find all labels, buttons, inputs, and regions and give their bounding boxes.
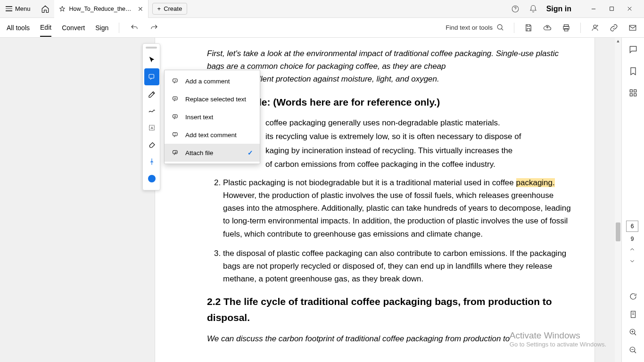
color-dot-icon bbox=[148, 175, 156, 182]
add-comment-item[interactable]: Add a comment bbox=[165, 72, 260, 90]
minimize-button[interactable] bbox=[585, 0, 603, 18]
sign-button[interactable]: Sign bbox=[95, 19, 108, 36]
notifications-button[interactable] bbox=[528, 4, 538, 14]
rotate-icon bbox=[629, 292, 637, 301]
maximize-button[interactable] bbox=[603, 0, 620, 18]
svg-rect-9 bbox=[634, 90, 636, 92]
thumbnails-panel-button[interactable] bbox=[628, 88, 638, 98]
ctx-label: Attach file bbox=[185, 149, 213, 156]
doc-paragraph: of carbon emissions from coffee packagin… bbox=[207, 158, 571, 171]
redo-icon bbox=[150, 24, 158, 32]
close-icon bbox=[626, 5, 633, 12]
home-button[interactable] bbox=[36, 0, 54, 18]
find-button[interactable]: Find text or tools bbox=[446, 24, 504, 32]
plus-icon: + bbox=[157, 5, 161, 12]
scroll-up-arrow[interactable]: ▲ bbox=[615, 38, 621, 44]
bookmarks-panel-button[interactable] bbox=[628, 66, 638, 76]
check-icon: ✓ bbox=[248, 149, 253, 156]
share-button[interactable] bbox=[590, 23, 600, 33]
eraser-tool[interactable] bbox=[143, 136, 161, 153]
pin-icon bbox=[148, 157, 156, 166]
share-user-icon bbox=[591, 24, 599, 32]
insert-text-item[interactable]: Insert text bbox=[165, 108, 260, 126]
text-select-tool[interactable]: A bbox=[143, 119, 161, 136]
edit-button[interactable]: Edit bbox=[40, 19, 51, 37]
print-button[interactable] bbox=[561, 23, 571, 33]
rotate-button[interactable] bbox=[628, 291, 638, 302]
titlebar-right: Sign in bbox=[511, 0, 644, 18]
email-button[interactable] bbox=[628, 23, 637, 33]
print-icon bbox=[562, 24, 570, 32]
attach-file-item[interactable]: Attach file ✓ bbox=[165, 144, 260, 162]
zoom-in-button[interactable] bbox=[628, 327, 638, 337]
zoom-tools bbox=[628, 291, 638, 355]
page-fit-icon bbox=[629, 310, 637, 319]
ctx-label: Add a comment bbox=[185, 78, 230, 85]
document-viewport[interactable]: First, let's take a look at the environm… bbox=[0, 38, 621, 362]
highlight-tool[interactable] bbox=[143, 85, 161, 102]
vertical-scrollbar[interactable]: ▲ bbox=[615, 38, 621, 362]
cloud-upload-icon bbox=[543, 24, 552, 32]
ctx-label: Replace selected text bbox=[185, 96, 246, 103]
doc-paragraph: kaging by incineration instead of recycl… bbox=[207, 144, 571, 157]
all-tools-button[interactable]: All tools bbox=[7, 19, 30, 36]
page-up-button[interactable] bbox=[629, 246, 636, 254]
comments-panel-button[interactable] bbox=[628, 44, 638, 55]
comment-tool-icon bbox=[148, 73, 156, 81]
maximize-icon bbox=[609, 6, 615, 12]
separator bbox=[580, 23, 581, 33]
drag-handle[interactable] bbox=[146, 47, 157, 49]
help-button[interactable] bbox=[511, 4, 520, 14]
ctx-label: Insert text bbox=[185, 114, 213, 121]
email-icon bbox=[628, 24, 637, 32]
highlight-icon bbox=[148, 90, 156, 98]
highlighted-text[interactable]: packaging. bbox=[516, 178, 555, 187]
create-label: Create bbox=[164, 5, 182, 12]
redo-button[interactable] bbox=[149, 23, 159, 33]
document-tab[interactable]: How_To_Reduce_the_C... ✕ bbox=[54, 0, 149, 18]
svg-text:T: T bbox=[174, 133, 176, 136]
annotation-toolbar[interactable]: A bbox=[142, 43, 160, 190]
menu-button[interactable]: Menu bbox=[0, 0, 36, 17]
replace-text-item[interactable]: Replace selected text bbox=[165, 90, 260, 108]
save-button[interactable] bbox=[524, 23, 533, 33]
scrollbar-thumb[interactable] bbox=[616, 222, 620, 241]
pin-tool[interactable] bbox=[143, 153, 161, 170]
create-button[interactable]: + Create bbox=[152, 3, 188, 15]
undo-icon bbox=[130, 24, 139, 32]
chevron-down-icon bbox=[629, 258, 636, 264]
convert-button[interactable]: Convert bbox=[62, 19, 85, 36]
text-comment-tool[interactable] bbox=[144, 68, 159, 85]
cloud-button[interactable] bbox=[543, 23, 552, 33]
select-tool[interactable] bbox=[143, 51, 161, 68]
list-item: Plastic packaging is not biodegradable b… bbox=[223, 176, 571, 240]
zoom-out-button[interactable] bbox=[628, 345, 638, 355]
zoom-out-icon bbox=[629, 346, 637, 354]
link-button[interactable] bbox=[609, 23, 619, 33]
signin-button[interactable]: Sign in bbox=[546, 5, 571, 13]
svg-point-2 bbox=[497, 25, 502, 29]
close-window-button[interactable] bbox=[620, 0, 638, 18]
doc-heading: le: (Words here are for reference only.) bbox=[207, 94, 571, 110]
svg-rect-12 bbox=[149, 74, 154, 78]
undo-button[interactable] bbox=[130, 23, 139, 33]
color-picker[interactable] bbox=[143, 170, 161, 187]
minimize-icon bbox=[590, 6, 597, 12]
page-down-button[interactable] bbox=[629, 258, 636, 266]
doc-paragraph: We can discuss the carbon footprint of t… bbox=[207, 332, 571, 345]
help-icon bbox=[511, 5, 520, 13]
add-text-comment-item[interactable]: T Add text comment bbox=[165, 126, 260, 144]
tab-title: How_To_Reduce_the_C... bbox=[69, 6, 134, 12]
svg-rect-15 bbox=[173, 79, 177, 82]
text-comment-icon: T bbox=[171, 131, 180, 139]
svg-point-6 bbox=[594, 25, 596, 28]
search-icon bbox=[496, 24, 504, 32]
draw-tool[interactable] bbox=[143, 102, 161, 119]
tab-close-button[interactable]: ✕ bbox=[138, 5, 143, 13]
menu-label: Menu bbox=[15, 5, 31, 12]
page-number-input[interactable]: 6 bbox=[626, 221, 638, 232]
fit-page-button[interactable] bbox=[628, 309, 638, 320]
titlebar: Menu How_To_Reduce_the_C... ✕ + Create S… bbox=[0, 0, 644, 18]
separator bbox=[119, 23, 119, 33]
svg-rect-7 bbox=[629, 25, 636, 30]
